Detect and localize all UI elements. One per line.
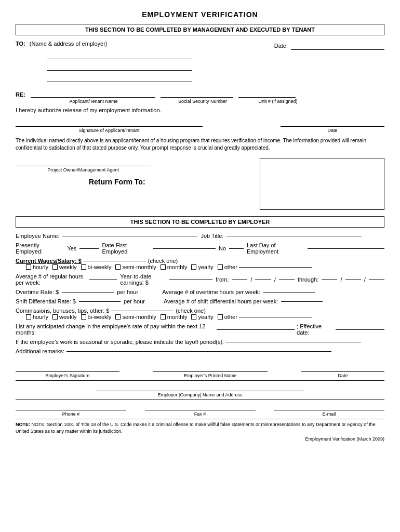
through-field1[interactable] bbox=[322, 280, 337, 280]
ot-hours-field[interactable] bbox=[263, 292, 315, 292]
shift-diff-label: Shift Differential Rate: $ bbox=[16, 298, 76, 304]
other-wages-label: other bbox=[224, 264, 237, 270]
phone-field[interactable] bbox=[16, 402, 126, 410]
address-line-3 bbox=[47, 74, 192, 82]
hourly-checkbox-2[interactable] bbox=[26, 314, 31, 320]
no-field[interactable] bbox=[229, 248, 244, 249]
other-wages-field[interactable] bbox=[239, 267, 312, 268]
effective-date-label: ; Effective date: bbox=[297, 323, 334, 336]
check-one-label-2: (check one) bbox=[176, 308, 205, 314]
yearly-label: yearly bbox=[198, 264, 213, 270]
bi-weekly-checkbox-2[interactable] bbox=[81, 314, 86, 320]
employer-sig-line[interactable] bbox=[16, 364, 119, 372]
fax-label: Fax # bbox=[194, 411, 206, 417]
last-day-field[interactable] bbox=[308, 248, 384, 249]
comm-amount-field[interactable] bbox=[111, 311, 174, 311]
ytd-field[interactable] bbox=[169, 280, 212, 280]
return-form-to: Return Form To: bbox=[16, 178, 219, 186]
seasonal-field[interactable] bbox=[226, 342, 361, 342]
yes-field[interactable] bbox=[79, 248, 99, 249]
through-field2[interactable] bbox=[345, 280, 361, 280]
weekly-label: weekly bbox=[59, 264, 77, 270]
semi-monthly-checkbox-2[interactable] bbox=[115, 314, 121, 320]
overtime-rate-label: Overtime Rate: $ bbox=[16, 289, 59, 295]
current-wages-label: Current Wages/Salary: $ bbox=[16, 258, 82, 264]
weekly-label-2: weekly bbox=[59, 314, 77, 320]
monthly-label: monthly bbox=[167, 264, 188, 270]
additional-field[interactable] bbox=[66, 351, 331, 352]
semi-monthly-label: semi-monthly bbox=[122, 264, 156, 270]
avg-hours-label: Average # of regular hours per week: bbox=[16, 273, 86, 286]
re-ssn-field[interactable] bbox=[161, 89, 233, 98]
yearly-checkbox-2[interactable] bbox=[191, 314, 196, 320]
ot-rate-field[interactable] bbox=[62, 292, 114, 292]
employer-sig-label: Employer's Signature bbox=[45, 373, 89, 378]
check-one-label: (check one) bbox=[148, 258, 178, 264]
info-text: The individual named directly above is a… bbox=[16, 137, 384, 152]
slash2: / bbox=[274, 276, 276, 283]
fax-field[interactable] bbox=[145, 402, 256, 410]
yearly-checkbox[interactable] bbox=[191, 264, 196, 270]
address-line-2 bbox=[47, 62, 192, 71]
shift-rate-field[interactable] bbox=[79, 301, 121, 302]
date-field[interactable] bbox=[291, 42, 384, 50]
per-hour-label-1: per hour bbox=[117, 289, 138, 295]
bi-weekly-checkbox[interactable] bbox=[81, 264, 86, 270]
avg-hours-field[interactable] bbox=[89, 280, 117, 280]
monthly-checkbox-2[interactable] bbox=[161, 314, 166, 320]
monthly-checkbox[interactable] bbox=[161, 264, 166, 270]
semi-monthly-checkbox[interactable] bbox=[115, 264, 121, 270]
wage-amount-field[interactable] bbox=[84, 261, 146, 261]
date-first-field[interactable] bbox=[153, 248, 216, 249]
project-owner-line[interactable] bbox=[16, 158, 151, 166]
slash1: / bbox=[250, 276, 252, 283]
section2-header: THIS SECTION TO BE COMPLETED BY EMPLOYER bbox=[16, 216, 384, 228]
company-field[interactable] bbox=[96, 383, 304, 391]
employer-date-line[interactable] bbox=[301, 364, 384, 372]
commissions-label: Commissions, bonuses, tips, other: $ bbox=[16, 308, 109, 314]
hourly-label-2: hourly bbox=[33, 314, 48, 320]
other-comm-field[interactable] bbox=[239, 317, 312, 317]
employer-date-label: Date bbox=[338, 373, 348, 378]
sig-date-field[interactable] bbox=[281, 118, 384, 127]
job-title-label: Job Title: bbox=[201, 233, 223, 239]
footer-label: Employment Verification (March 2009) bbox=[16, 436, 384, 442]
from-field3[interactable] bbox=[279, 280, 295, 280]
yes-label: Yes bbox=[67, 245, 76, 251]
other-comm-checkbox[interactable] bbox=[218, 314, 223, 320]
weekly-checkbox[interactable] bbox=[52, 264, 58, 270]
yearly-label-2: yearly bbox=[198, 314, 213, 320]
from-field1[interactable] bbox=[232, 280, 247, 280]
unit-sub-label: Unit # (if assigned) bbox=[249, 99, 306, 104]
re-name-field[interactable] bbox=[31, 89, 155, 98]
job-title-field[interactable] bbox=[226, 236, 362, 236]
slash3: / bbox=[340, 276, 342, 283]
re-label: RE: bbox=[16, 91, 25, 98]
eff-date-field[interactable] bbox=[336, 329, 384, 330]
through-field3[interactable] bbox=[369, 280, 384, 280]
employer-printed-line[interactable] bbox=[153, 364, 268, 372]
from-label: from: bbox=[216, 276, 229, 283]
bi-weekly-label-2: bi-weekly bbox=[88, 314, 112, 320]
re-unit-field[interactable] bbox=[238, 89, 296, 98]
weekly-checkbox-2[interactable] bbox=[52, 314, 58, 320]
last-day-label: Last Day of Employment bbox=[247, 242, 304, 255]
shift-hours-field[interactable] bbox=[281, 301, 323, 302]
signature-field[interactable] bbox=[16, 118, 203, 127]
hourly-checkbox[interactable] bbox=[26, 264, 31, 270]
slash4: / bbox=[364, 276, 366, 283]
page-title: EMPLOYMENT VERIFICATION bbox=[16, 10, 384, 19]
phone-label: Phone # bbox=[62, 411, 80, 417]
bi-weekly-label: bi-weekly bbox=[88, 264, 112, 270]
from-field2[interactable] bbox=[255, 280, 271, 280]
anticipated-label: List any anticipated change in the emplo… bbox=[16, 323, 215, 336]
employee-name-field[interactable] bbox=[62, 236, 197, 236]
anticipated-field[interactable] bbox=[217, 329, 295, 330]
email-label: E-mail bbox=[323, 411, 336, 417]
applicant-tenant-sub-label: Applicant/Tenant Name bbox=[31, 99, 156, 104]
email-field[interactable] bbox=[274, 402, 384, 410]
note-text: NOTE: NOTE: Section 1001 of Title 18 of … bbox=[16, 421, 384, 434]
monthly-label-2: monthly bbox=[167, 314, 188, 320]
other-wages-checkbox[interactable] bbox=[218, 264, 223, 270]
project-owner-label: Project Owner/Management Agent bbox=[16, 167, 151, 172]
